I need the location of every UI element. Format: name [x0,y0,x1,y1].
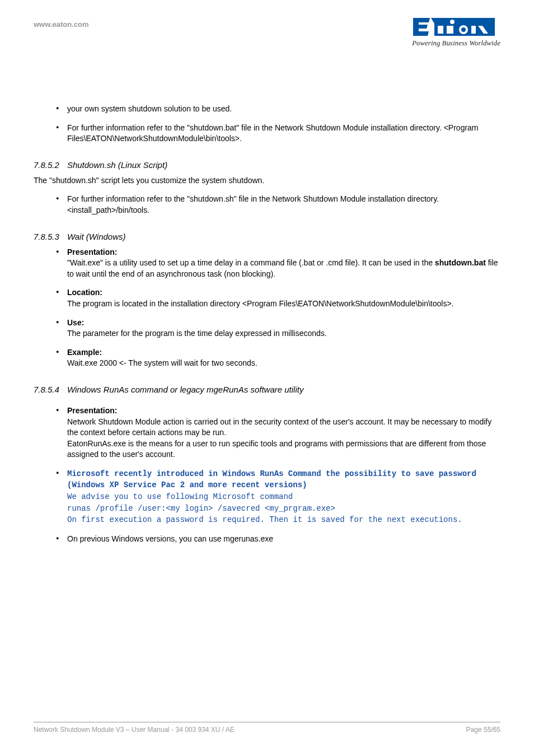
sec4-bullet-list: Presentation: Network Shutdown Module ac… [34,405,500,545]
mono-line: We advise you to use following Microsoft… [67,492,293,501]
section-title: Wait (Windows) [67,232,126,241]
header-url: www.eaton.com [34,17,88,29]
page-header: www.eaton.com [34,17,500,48]
svg-rect-5 [438,26,443,34]
section-heading-7-8-5-3: 7.8.5.3Wait (Windows) [34,232,500,241]
footer-left: Network Shutdown Module V3 – User Manual… [34,726,235,734]
svg-point-11 [450,20,455,24]
bullet-text: For further information refer to the "sh… [67,123,479,143]
bullet-text: your own system shutdown solution to be … [67,104,232,113]
top-bullet-list: your own system shutdown solution to be … [34,104,500,144]
item-text: Wait.exe 2000 <- The system will wait fo… [67,358,257,367]
section-number: 7.8.5.3 [34,232,59,241]
svg-rect-6 [447,26,453,34]
list-item: Microsoft recently introduced in Windows… [56,468,500,526]
list-item: Presentation: Network Shutdown Module ac… [56,405,500,460]
list-item: Location: The program is located in the … [56,287,500,309]
section-title: Windows RunAs command or legacy mgeRunAs… [67,385,304,394]
item-text: Network Shutdown Module action is carrie… [67,417,491,459]
footer-right: Page 55/65 [466,726,500,734]
svg-point-8 [461,27,466,32]
list-item: For further information refer to the "sh… [56,123,500,144]
item-label: Presentation: [67,248,117,256]
item-text: The parameter for the program is the tim… [67,329,327,338]
item-text: The program is located in the installati… [67,299,453,308]
section-number: 7.8.5.4 [34,385,59,394]
section-title: Shutdown.sh (Linux Script) [67,160,167,170]
list-item: Presentation: "Wait.exe" is a utility us… [56,247,500,280]
section-intro: The "shutdown.sh" script lets you custom… [34,175,500,186]
list-item: On previous Windows versions, you can us… [56,534,500,545]
item-label: Use: [67,318,84,327]
section-heading-7-8-5-4: 7.8.5.4Windows RunAs command or legacy m… [34,385,500,394]
eaton-logo-icon [412,17,496,38]
mono-line: runas /profile /user:<my login> /savecre… [67,504,335,513]
bullet-text: For further information refer to the "sh… [67,194,439,214]
svg-rect-9 [471,26,476,34]
item-label: Presentation: [67,406,117,415]
sec2-bullet-list: For further information refer to the "sh… [34,194,500,216]
mono-bold-text: Microsoft recently introduced in Windows… [67,469,476,490]
logo-block: Powering Business Worldwide [412,17,500,48]
list-item: Example: Wait.exe 2000 <- The system wil… [56,347,500,369]
section-number: 7.8.5.2 [34,160,59,170]
mono-line: On first execution a password is require… [67,515,462,524]
section-heading-7-8-5-2: 7.8.5.2Shutdown.sh (Linux Script) [34,160,500,170]
item-label: Location: [67,288,102,297]
list-item: Use: The parameter for the program is th… [56,318,500,339]
page-footer: Network Shutdown Module V3 – User Manual… [34,722,500,734]
item-label: Example: [67,348,102,357]
item-body-bold: shutdown.bat [435,258,486,267]
bullet-text: On previous Windows versions, you can us… [67,534,273,543]
sec3-bullet-list: Presentation: "Wait.exe" is a utility us… [34,247,500,369]
list-item: For further information refer to the "sh… [56,194,500,216]
logo-tagline: Powering Business Worldwide [412,39,500,48]
item-body-pre: "Wait.exe" is a utility used to set up a… [67,258,435,267]
list-item: your own system shutdown solution to be … [56,104,500,115]
